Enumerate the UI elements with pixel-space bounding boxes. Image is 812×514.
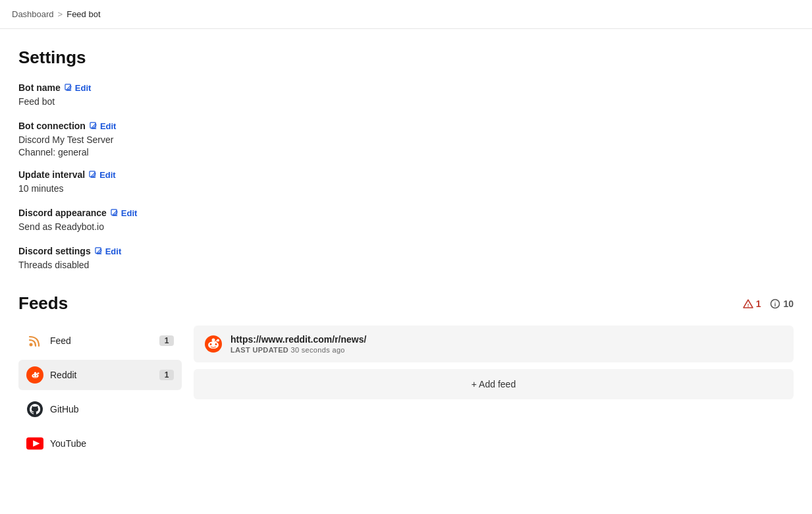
sidebar-item-feed[interactable]: Feed 1 bbox=[18, 326, 182, 356]
svg-point-13 bbox=[36, 375, 37, 376]
svg-point-11 bbox=[32, 373, 38, 378]
bot-connection-value1: Discord My Test Server bbox=[18, 133, 794, 147]
edit-icon bbox=[89, 171, 97, 179]
discord-settings-value: Threads disabled bbox=[18, 258, 794, 272]
feed-item-meta: LAST UPDATED 30 seconds ago bbox=[230, 346, 783, 354]
feeds-title: Feeds bbox=[18, 293, 68, 314]
warn-badge: ! 1 bbox=[743, 299, 761, 309]
svg-point-9 bbox=[30, 343, 33, 347]
breadcrumb-parent[interactable]: Dashboard bbox=[12, 9, 54, 19]
feed-item-card[interactable]: https://www.reddit.com/r/news/ LAST UPDA… bbox=[194, 326, 794, 362]
edit-icon bbox=[95, 247, 103, 256]
update-interval-edit[interactable]: Edit bbox=[89, 170, 116, 180]
discord-appearance-row: Discord appearance Edit Send as Readybot… bbox=[18, 208, 794, 234]
discord-settings-label: Discord settings Edit bbox=[18, 246, 121, 256]
update-interval-value: 10 minutes bbox=[18, 182, 794, 196]
svg-rect-1 bbox=[90, 122, 95, 127]
sidebar-item-github[interactable]: GitHub bbox=[18, 394, 182, 424]
discord-appearance-value: Send as Readybot.io bbox=[18, 220, 794, 234]
svg-point-16 bbox=[27, 401, 43, 417]
feeds-badges: ! 1 i 10 bbox=[743, 299, 794, 309]
bot-connection-edit[interactable]: Edit bbox=[90, 121, 117, 131]
bot-name-label: Bot name Edit bbox=[18, 82, 91, 93]
edit-icon bbox=[90, 122, 98, 130]
breadcrumb-separator: > bbox=[58, 9, 63, 19]
sidebar-item-reddit[interactable]: Reddit 1 bbox=[18, 360, 182, 390]
svg-text:!: ! bbox=[747, 302, 749, 308]
update-interval-row: Update interval Edit 10 minutes bbox=[18, 169, 794, 196]
svg-point-22 bbox=[215, 343, 217, 345]
sidebar-item-youtube[interactable]: YouTube bbox=[18, 428, 182, 459]
sidebar-github-label: GitHub bbox=[50, 404, 174, 414]
svg-point-21 bbox=[210, 343, 212, 345]
discord-settings-edit[interactable]: Edit bbox=[95, 246, 122, 256]
settings-title: Settings bbox=[18, 47, 794, 68]
discord-settings-row: Discord settings Edit Threads disabled bbox=[18, 246, 794, 272]
reddit-icon bbox=[26, 366, 43, 384]
feed-item-reddit-icon bbox=[204, 335, 223, 353]
feed-item-url: https://www.reddit.com/r/news/ bbox=[230, 334, 783, 345]
update-interval-label: Update interval Edit bbox=[18, 169, 116, 180]
feeds-sidebar: Feed 1 bbox=[18, 326, 182, 459]
bot-name-value: Feed bot bbox=[18, 95, 794, 109]
svg-rect-4 bbox=[95, 247, 101, 252]
info-icon: i bbox=[770, 299, 780, 309]
main-content: Settings Bot name Edit Feed bot Bot conn… bbox=[0, 29, 812, 477]
warning-icon: ! bbox=[743, 299, 753, 309]
feeds-header: Feeds ! 1 i 10 bbox=[18, 293, 794, 314]
svg-rect-3 bbox=[111, 209, 117, 214]
sidebar-feed-count: 1 bbox=[159, 335, 174, 346]
breadcrumb: Dashboard > Feed bot bbox=[0, 0, 812, 29]
rss-icon bbox=[26, 332, 43, 349]
feeds-section: Feeds ! 1 i 10 bbox=[18, 293, 794, 459]
discord-appearance-label: Discord appearance Edit bbox=[18, 208, 137, 218]
add-feed-button[interactable]: + Add feed bbox=[194, 369, 794, 399]
info-badge: i 10 bbox=[770, 299, 794, 309]
edit-icon bbox=[65, 84, 73, 92]
youtube-icon bbox=[26, 435, 43, 452]
sidebar-reddit-label: Reddit bbox=[50, 370, 153, 380]
svg-rect-2 bbox=[90, 171, 95, 176]
feeds-main: https://www.reddit.com/r/news/ LAST UPDA… bbox=[194, 326, 794, 399]
sidebar-reddit-count: 1 bbox=[159, 370, 174, 380]
bot-connection-value2: Channel: general bbox=[18, 147, 794, 157]
bot-name-row: Bot name Edit Feed bot bbox=[18, 82, 794, 109]
github-icon bbox=[26, 401, 43, 418]
discord-appearance-edit[interactable]: Edit bbox=[111, 208, 138, 218]
svg-rect-0 bbox=[65, 84, 70, 89]
sidebar-youtube-label: YouTube bbox=[50, 438, 174, 449]
sidebar-feed-label: Feed bbox=[50, 335, 153, 346]
svg-point-12 bbox=[33, 375, 34, 376]
svg-point-24 bbox=[212, 339, 215, 342]
svg-point-15 bbox=[34, 372, 36, 374]
breadcrumb-current: Feed bot bbox=[67, 9, 100, 19]
bot-connection-label: Bot connection Edit bbox=[18, 121, 116, 131]
settings-section: Settings Bot name Edit Feed bot Bot conn… bbox=[18, 47, 794, 272]
svg-text:i: i bbox=[774, 301, 776, 308]
edit-icon bbox=[111, 209, 119, 217]
bot-connection-row: Bot connection Edit Discord My Test Serv… bbox=[18, 121, 794, 157]
feeds-layout: Feed 1 bbox=[18, 326, 794, 459]
bot-name-edit[interactable]: Edit bbox=[65, 83, 92, 93]
feed-item-info: https://www.reddit.com/r/news/ LAST UPDA… bbox=[230, 334, 783, 354]
